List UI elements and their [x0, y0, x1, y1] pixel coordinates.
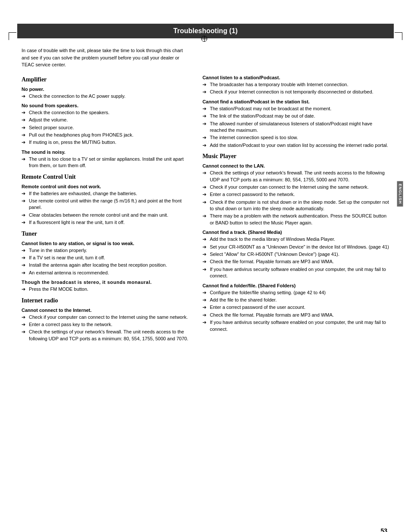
arrow-icon: ➔	[22, 255, 28, 261]
section-remote: Remote Control Unit Remote control unit …	[22, 174, 190, 226]
bullet-text: Tune in the station properly.	[29, 247, 190, 254]
list-item: ➔ The allowed number of simulataneous li…	[202, 121, 389, 134]
cannot-listen-station-title: Cannot listen to a station/Podcast.	[202, 75, 389, 80]
no-sound-title: No sound from speakers.	[22, 103, 190, 108]
remote-title: Remote Control Unit	[22, 174, 190, 180]
list-item: ➔ Check the file format. Playable format…	[202, 258, 389, 265]
arrow-icon: ➔	[202, 297, 209, 303]
list-item: ➔ An external antenna is recommended.	[22, 270, 190, 276]
list-item: ➔ Add the station/Podcast to your own st…	[202, 142, 389, 149]
corner-mark-tr	[395, 32, 402, 40]
cannot-find-station-title: Cannot find a station/Podcast in the sta…	[202, 99, 389, 104]
arrow-icon: ➔	[202, 213, 209, 219]
page: Troubleshooting (1) In case of trouble w…	[0, 24, 411, 532]
section-amplifier: Amplifier No power. ➔ Check the connecti…	[22, 76, 190, 169]
corner-mark-tl	[9, 32, 16, 40]
cannot-connect-internet-title: Cannot connect to the Internet.	[22, 308, 190, 313]
arrow-icon: ➔	[202, 134, 209, 141]
english-label-container: ENGLISH	[394, 179, 407, 209]
section-music-player: Music Player ENGLISH Cannot connect to t…	[202, 153, 389, 333]
list-item: ➔ Check if your computer can connect to …	[22, 314, 190, 320]
arrow-icon: ➔	[22, 132, 28, 138]
arrow-icon: ➔	[202, 251, 209, 258]
bullet-text: Install the antenna again after locating…	[29, 262, 190, 268]
arrow-icon: ➔	[22, 262, 28, 268]
list-item: ➔ The unit is too close to a TV set or s…	[22, 156, 190, 169]
bullet-text: If muting is on, press the MUTING button…	[29, 139, 190, 146]
bullet-text: The allowed number of simulataneous list…	[210, 121, 389, 134]
english-label: ENGLISH	[397, 181, 403, 207]
bullet-text: There may be a problem with the network …	[210, 213, 389, 226]
cannot-find-track-title: Cannot find a track. (Shared Media)	[202, 230, 389, 235]
list-item: ➔ Select "Allow" for CR-H500NT ("Unknown…	[202, 251, 389, 258]
section-cannot-find-station: Cannot find a station/Podcast in the sta…	[202, 99, 389, 149]
left-column: In case of trouble with the unit, please…	[22, 47, 198, 343]
arrow-icon: ➔	[202, 312, 209, 318]
list-item: ➔ Tune in the station properly.	[22, 247, 190, 254]
list-item: ➔ Adjust the volume.	[22, 117, 190, 123]
arrow-icon: ➔	[22, 219, 28, 226]
arrow-icon: ➔	[22, 314, 28, 320]
list-item: ➔ Set your CR-H500NT as a "Unknown Devic…	[202, 244, 389, 250]
arrow-icon: ➔	[202, 258, 209, 265]
page-number: 53	[380, 527, 387, 532]
no-power-title: No power.	[22, 87, 190, 92]
arrow-icon: ➔	[202, 106, 209, 112]
remote-does-not-work-title: Remote control unit does not work.	[22, 184, 190, 189]
cannot-find-folder-title: Cannot find a folder/file. (Shared Folde…	[202, 283, 389, 288]
list-item: ➔ Enter a correct password of the user a…	[202, 304, 389, 311]
arrow-icon: ➔	[202, 142, 209, 149]
title-text: Troubleshooting (1)	[173, 27, 237, 34]
bullet-text: If a fluorescent light is near the unit,…	[29, 219, 190, 226]
list-item: ➔ The station/Podcast may not be broadca…	[202, 106, 389, 112]
arrow-icon: ➔	[202, 289, 209, 296]
list-item: ➔ Enter a correct pass key to the networ…	[22, 321, 190, 328]
list-item: ➔ Check the connection to the speakers.	[22, 109, 190, 116]
bullet-text: Pull out the headphones plug from PHONES…	[29, 132, 190, 138]
main-content: In case of trouble with the unit, please…	[0, 47, 411, 343]
list-item: ➔ If a TV set is near the unit, turn it …	[22, 255, 190, 261]
cannot-connect-lan-title: Cannot connect to the LAN.	[202, 163, 389, 168]
arrow-icon: ➔	[22, 247, 28, 254]
arrow-icon: ➔	[22, 93, 28, 100]
arrow-icon: ➔	[22, 321, 28, 328]
arrow-icon: ➔	[22, 270, 28, 276]
list-item: ➔ Check if your computer can connect to …	[202, 184, 389, 190]
bullet-text: The internet connection speed is too slo…	[210, 134, 389, 141]
bullet-text: Check if your Internet connection is not…	[210, 89, 389, 95]
bullet-text: Enter a correct password to the network.	[210, 191, 389, 198]
list-item: ➔ Add the file to the shared folder.	[202, 297, 389, 303]
bullet-text: Set your CR-H500NT as a "Unknown Device"…	[210, 244, 389, 250]
list-item: ➔ If the batteries are exhausted, change…	[22, 190, 190, 197]
arrow-icon: ➔	[22, 139, 28, 146]
tuner-title: Tuner	[22, 230, 190, 237]
list-item: ➔ If muting is on, press the MUTING butt…	[22, 139, 190, 146]
arrow-icon: ➔	[202, 121, 209, 127]
list-item: ➔ The broadcaster has a temporary troubl…	[202, 81, 389, 88]
list-item: ➔ If you have antivirus security softwar…	[202, 319, 389, 333]
arrow-icon: ➔	[202, 244, 209, 250]
bullet-text: The link of the station/Podcast may be o…	[210, 113, 389, 119]
bullet-text: Add the station/Podcast to your own stat…	[210, 142, 389, 149]
arrow-icon: ➔	[202, 113, 209, 119]
arrow-icon: ➔	[202, 199, 209, 205]
bullet-text: If the batteries are exhausted, change t…	[29, 190, 190, 197]
section-cannot-listen-station: Cannot listen to a station/Podcast. ➔ Th…	[202, 75, 389, 96]
bullet-text: Check the connection to the AC power sup…	[29, 93, 190, 100]
arrow-icon: ➔	[202, 191, 209, 198]
arrow-icon: ➔	[22, 156, 28, 162]
bullet-text: The station/Podcast may not be broadcast…	[210, 106, 389, 112]
arrow-icon: ➔	[202, 266, 209, 273]
bullet-text: Configure the folder/file sharing settin…	[210, 289, 389, 296]
bullet-text: Enter a correct password of the user acc…	[210, 304, 389, 311]
bullet-text: The broadcaster has a temporary trouble …	[210, 81, 389, 88]
amplifier-title: Amplifier	[22, 76, 190, 83]
bullet-text: Select "Allow" for CR-H500NT ("Unknown D…	[210, 251, 389, 258]
bullet-text: Add the file to the shared folder.	[210, 297, 389, 303]
arrow-icon: ➔	[202, 236, 209, 243]
list-item: ➔ Add the track to the media library of …	[202, 236, 389, 243]
bullet-text: If you have antivirus security software …	[210, 319, 389, 333]
list-item: ➔ Press the FM MODE button.	[22, 286, 190, 292]
list-item: ➔ Check if the computer is not shut down…	[202, 199, 389, 212]
arrow-icon: ➔	[202, 304, 209, 311]
